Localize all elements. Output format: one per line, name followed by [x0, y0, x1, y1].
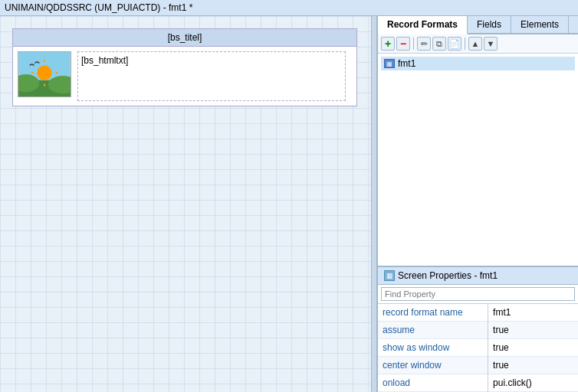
- canvas-content: [bs_titel]: [12, 28, 357, 106]
- edit-button[interactable]: ✏: [417, 37, 431, 51]
- prop-value-show-as-window[interactable]: true: [488, 339, 578, 357]
- panel-separator[interactable]: [371, 16, 377, 392]
- prop-name-show-as-window: show as window: [378, 339, 488, 357]
- props-search-input[interactable]: [381, 287, 575, 301]
- prop-value-record-format-name[interactable]: fmt1: [488, 304, 578, 322]
- canvas-panel: [bs_titel]: [0, 16, 371, 392]
- props-table-body: record format name fmt1 assume true show…: [378, 304, 578, 392]
- tree-area: ▦ fmt1: [378, 54, 578, 266]
- canvas-body: [bs_htmltxt]: [13, 47, 356, 106]
- record-formats-toolbar: + − ✏ ⧉ 📄 ▲ ▼: [378, 34, 578, 54]
- move-down-button[interactable]: ▼: [484, 37, 498, 51]
- prop-row-center-window: center window true: [378, 357, 578, 374]
- prop-row-show-as-window: show as window true: [378, 339, 578, 357]
- canvas-image: [18, 51, 71, 97]
- main-layout: [bs_titel]: [0, 16, 578, 392]
- prop-value-onload[interactable]: pui.click(): [488, 374, 578, 392]
- right-panel: Record Formats Fields Elements + − ✏ ⧉ 📄…: [377, 16, 578, 392]
- remove-button[interactable]: −: [396, 37, 410, 51]
- prop-name-onload: onload: [378, 374, 488, 392]
- tab-elements[interactable]: Elements: [511, 16, 569, 33]
- prop-name-center-window: center window: [378, 357, 488, 374]
- props-header: ▦ Screen Properties - fmt1: [378, 267, 578, 285]
- props-header-icon: ▦: [384, 270, 395, 281]
- toolbar-separator-2: [465, 38, 465, 50]
- prop-name-record-format-name: record format name: [378, 304, 488, 322]
- tabs-bar: Record Formats Fields Elements: [378, 16, 578, 34]
- prop-value-center-window[interactable]: true: [488, 357, 578, 374]
- prop-row-record-format-name: record format name fmt1: [378, 304, 578, 322]
- title-bar: UNIMAIN/QDDSSRC (UM_PUIACTD) - fmt1 *: [0, 0, 578, 16]
- svg-point-4: [37, 65, 51, 80]
- toolbar-separator-1: [413, 38, 414, 50]
- tree-item-fmt1[interactable]: ▦ fmt1: [381, 57, 575, 70]
- prop-row-onload: onload pui.click(): [378, 374, 578, 392]
- tab-record-formats[interactable]: Record Formats: [378, 16, 468, 34]
- tab-fields[interactable]: Fields: [468, 16, 511, 33]
- prop-name-assume: assume: [378, 322, 488, 339]
- canvas-title: [bs_titel]: [13, 29, 356, 47]
- canvas-html-text: [bs_htmltxt]: [77, 51, 346, 101]
- move-up-button[interactable]: ▲: [468, 37, 482, 51]
- props-search-container: [378, 285, 578, 304]
- fmt-icon: ▦: [384, 59, 395, 68]
- props-title: Screen Properties - fmt1: [398, 270, 498, 281]
- add-button[interactable]: +: [381, 37, 395, 51]
- copy-button[interactable]: ⧉: [432, 37, 446, 51]
- tree-item-label: fmt1: [398, 58, 415, 69]
- prop-value-assume[interactable]: true: [488, 322, 578, 339]
- prop-row-assume: assume true: [378, 322, 578, 339]
- screen-properties-panel: ▦ Screen Properties - fmt1 record format…: [378, 266, 578, 392]
- props-table: record format name fmt1 assume true show…: [378, 304, 578, 392]
- title-text: UNIMAIN/QDDSSRC (UM_PUIACTD) - fmt1 *: [5, 2, 192, 13]
- paste-button[interactable]: 📄: [448, 37, 461, 51]
